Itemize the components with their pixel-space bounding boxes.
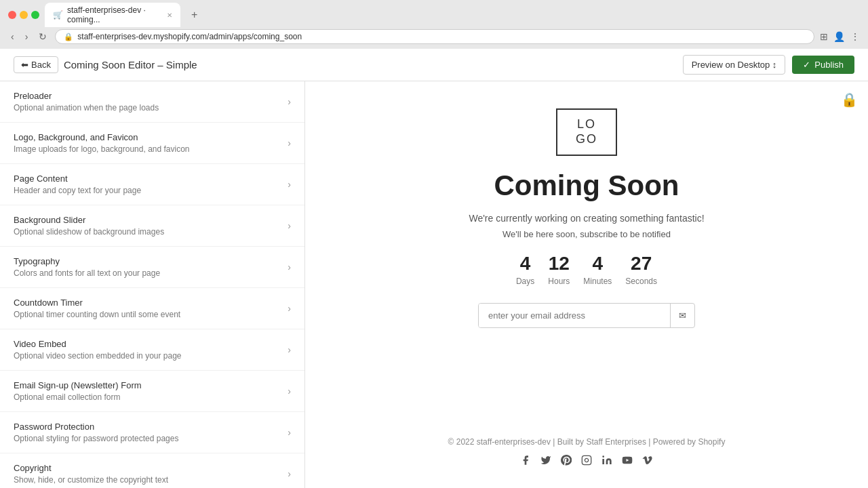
- dot-yellow[interactable]: [20, 11, 28, 19]
- sidebar-item-content: Preloader Optional animation when the pa…: [14, 91, 288, 113]
- sidebar: Preloader Optional animation when the pa…: [0, 81, 305, 488]
- sidebar-item-page-content[interactable]: Page Content Header and copy text for yo…: [0, 164, 304, 205]
- chevron-right-icon: ›: [288, 303, 291, 314]
- nav-forward-button[interactable]: ›: [22, 30, 31, 43]
- preview-page: 🔒 LO GO Coming Soon We're currently work…: [305, 81, 868, 488]
- tab-close-btn[interactable]: ✕: [167, 12, 172, 19]
- minutes-value: 4: [583, 253, 612, 274]
- tab-title: staff-enterprises-dev · coming...: [67, 5, 163, 24]
- footer-copyright: © 2022 staff-enterprises-dev | Built by …: [448, 437, 726, 447]
- sidebar-item-content: Page Content Header and copy text for yo…: [14, 174, 288, 195]
- chevron-right-icon: ›: [288, 262, 291, 272]
- hours-label: Hours: [548, 277, 570, 286]
- linkedin-icon[interactable]: [601, 455, 612, 468]
- vimeo-icon[interactable]: [642, 455, 653, 468]
- countdown-hours: 12 Hours: [548, 253, 570, 287]
- seconds-label: Seconds: [625, 277, 657, 286]
- facebook-icon[interactable]: [520, 455, 531, 468]
- browser-chrome: 🛒 staff-enterprises-dev · coming... ✕ + …: [0, 0, 868, 49]
- sidebar-item-desc: Show, hide, or customize the copyright t…: [14, 475, 288, 485]
- header-right: Preview on Desktop ↕ ✓ Publish: [683, 55, 854, 75]
- chevron-right-icon: ›: [288, 220, 291, 231]
- sidebar-item-desc: Optional styling for password protected …: [14, 434, 288, 443]
- youtube-icon[interactable]: [622, 455, 633, 468]
- sidebar-item-desc: Header and copy text for your page: [14, 186, 288, 195]
- logo-box: LO GO: [556, 108, 617, 156]
- app-header: ⬅ Back Coming Soon Editor – Simple Previ…: [0, 49, 868, 81]
- sidebar-item-password-protection[interactable]: Password Protection Optional styling for…: [0, 412, 304, 453]
- lock-secure-icon: 🔒: [64, 33, 73, 41]
- twitter-icon[interactable]: [540, 455, 551, 468]
- url-text: staff-enterprises-dev.myshopify.com/admi…: [77, 32, 806, 41]
- chevron-right-icon: ›: [288, 427, 291, 438]
- chevron-right-icon: ›: [288, 386, 291, 396]
- preview-label: Preview on Desktop ↕: [692, 60, 777, 70]
- browser-tab[interactable]: 🛒 staff-enterprises-dev · coming... ✕: [45, 3, 180, 27]
- sidebar-item-content: Password Protection Optional styling for…: [14, 422, 288, 443]
- social-icons-row: [448, 455, 726, 468]
- chevron-right-icon: ›: [288, 138, 291, 148]
- sidebar-item-copyright[interactable]: Copyright Show, hide, or customize the c…: [0, 453, 304, 488]
- page-lock-icon: 🔒: [841, 92, 858, 108]
- countdown-minutes: 4 Minutes: [583, 253, 612, 287]
- back-button[interactable]: ⬅ Back: [14, 56, 58, 73]
- sidebar-item-title: Countdown Timer: [14, 298, 288, 308]
- sidebar-item-content: Typography Colors and fonts for all text…: [14, 256, 288, 278]
- back-icon: ⬅: [21, 60, 28, 70]
- pinterest-icon[interactable]: [561, 455, 572, 468]
- sidebar-item-desc: Optional email collection form: [14, 392, 288, 402]
- chevron-right-icon: ›: [288, 179, 291, 190]
- sidebar-item-desc: Optional timer counting down until some …: [14, 310, 288, 319]
- browser-action-buttons: ⊞ 👤 ⋮: [820, 31, 860, 42]
- sidebar-item-content: Video Embed Optional video section embed…: [14, 339, 288, 361]
- svg-rect-0: [582, 455, 591, 464]
- dot-green[interactable]: [31, 11, 39, 19]
- sidebar-item-title: Copyright: [14, 463, 288, 473]
- preview-subtitle: We're currently working on creating some…: [469, 213, 704, 224]
- preview-button[interactable]: Preview on Desktop ↕: [683, 55, 786, 75]
- sidebar-item-content: Background Slider Optional slideshow of …: [14, 215, 288, 237]
- hours-value: 12: [548, 253, 570, 274]
- logo-line2: GO: [576, 132, 597, 146]
- countdown-days: 4 Days: [516, 253, 534, 287]
- sidebar-item-title: Page Content: [14, 174, 288, 184]
- sidebar-item-title: Typography: [14, 256, 288, 266]
- chevron-right-icon: ›: [288, 96, 291, 107]
- instagram-icon[interactable]: [581, 455, 592, 468]
- sidebar-item-desc: Optional animation when the page loads: [14, 103, 288, 113]
- sidebar-item-email-signup[interactable]: Email Sign-up (Newsletter) Form Optional…: [0, 371, 304, 412]
- browser-nav-bar: ‹ › ↻ 🔒 staff-enterprises-dev.myshopify.…: [0, 24, 868, 49]
- chevron-right-icon: ›: [288, 344, 291, 355]
- tab-favicon: 🛒: [53, 10, 63, 20]
- email-input[interactable]: [479, 304, 670, 327]
- menu-button[interactable]: ⋮: [850, 31, 860, 42]
- sidebar-item-desc: Image uploads for logo, background, and …: [14, 144, 288, 154]
- publish-label: Publish: [814, 60, 844, 70]
- chevron-right-icon: ›: [288, 468, 291, 479]
- sidebar-item-background-slider[interactable]: Background Slider Optional slideshow of …: [0, 205, 304, 247]
- sidebar-item-title: Background Slider: [14, 215, 288, 225]
- nav-reload-button[interactable]: ↻: [36, 30, 50, 43]
- sidebar-item-desc: Colors and fonts for all text on your pa…: [14, 268, 288, 278]
- sidebar-item-countdown-timer[interactable]: Countdown Timer Optional timer counting …: [0, 288, 304, 329]
- sidebar-item-title: Video Embed: [14, 339, 288, 349]
- address-bar[interactable]: 🔒 staff-enterprises-dev.myshopify.com/ad…: [55, 29, 814, 44]
- coming-soon-heading: Coming Soon: [494, 169, 679, 202]
- extensions-button[interactable]: ⊞: [820, 31, 828, 42]
- countdown-timer: 4 Days 12 Hours 4 Minutes 27 Seconds: [516, 253, 657, 287]
- email-submit-button[interactable]: ✉: [670, 304, 694, 327]
- sidebar-item-typography[interactable]: Typography Colors and fonts for all text…: [0, 247, 304, 288]
- dot-red[interactable]: [8, 11, 16, 19]
- new-tab-button[interactable]: +: [186, 7, 203, 22]
- profile-button[interactable]: 👤: [833, 31, 845, 42]
- nav-back-button[interactable]: ‹: [8, 30, 17, 43]
- logo-line1: LO: [577, 117, 596, 131]
- countdown-seconds: 27 Seconds: [625, 253, 657, 287]
- sidebar-item-video-embed[interactable]: Video Embed Optional video section embed…: [0, 329, 304, 371]
- sidebar-item-logo-background-favicon[interactable]: Logo, Background, and Favicon Image uplo…: [0, 123, 304, 164]
- preview-subscribe-text: We'll be here soon, subscribe to be noti…: [502, 229, 671, 239]
- publish-button[interactable]: ✓ Publish: [792, 56, 854, 74]
- sidebar-item-preloader[interactable]: Preloader Optional animation when the pa…: [0, 81, 304, 123]
- email-signup-form: ✉: [478, 303, 695, 328]
- sidebar-item-title: Logo, Background, and Favicon: [14, 132, 288, 142]
